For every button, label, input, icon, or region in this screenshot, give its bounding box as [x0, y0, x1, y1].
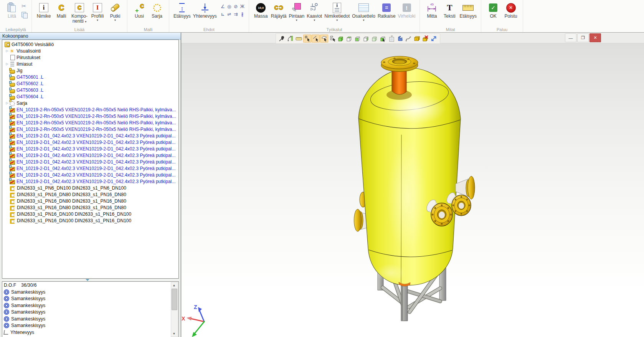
poistu-button[interactable]: ✕ Poistu [502, 1, 520, 19]
condition-icon[interactable]: ⇉ [233, 10, 239, 18]
constraint-item[interactable]: Samankeskisyys [2, 316, 178, 322]
cube-side-face-icon[interactable] [362, 35, 370, 43]
osaluettelo-button[interactable]: Osaluettelo ▾ [351, 1, 376, 22]
virheloki-button[interactable]: ! Virheloki [397, 1, 417, 19]
condition-icon[interactable]: ⊾ [220, 10, 226, 18]
cube-top-face-icon[interactable] [345, 35, 353, 43]
select-component-icon[interactable] [329, 35, 337, 43]
rotate-view-icon[interactable] [286, 35, 294, 43]
tree-item[interactable]: EN_10219-2-D1_042.4x02.3 VXEN10219-2-D1_… [2, 172, 178, 178]
close-button[interactable]: ✕ [590, 33, 601, 42]
massa-button[interactable]: 10,0 Massa [252, 1, 270, 19]
malli-button[interactable]: C Malli [53, 1, 70, 19]
tree-item[interactable]: ▷ Visualisointi [2, 48, 178, 54]
tree-item[interactable]: DIN2633_s1_PN16_DN80 DIN2633_s1_PN16_DN8… [2, 204, 178, 211]
cube-select-icon[interactable] [379, 35, 387, 43]
tree-item[interactable]: EN_10219-2-D1_042.4x02.3 VXEN10219-2-D1_… [2, 159, 178, 165]
kaaviot-button[interactable]: Kaaviot ▾ [305, 1, 323, 22]
ok-button[interactable]: ✓ OK [484, 1, 502, 19]
pin-icon[interactable] [278, 35, 286, 43]
putki-button[interactable]: Putki ▾ [106, 1, 124, 22]
komponentti-button[interactable]: C Kompo-nentti ▾ [70, 1, 89, 24]
tree-item[interactable]: EN_10219-2-D1_042.4x02.3 VXEN10219-2-D1_… [2, 152, 178, 159]
mitta-button[interactable]: 45 Mitta [423, 1, 441, 19]
condition-icon[interactable]: ⊘ [233, 3, 239, 10]
tree-item[interactable]: G4T50600 Vesisäiliö [2, 41, 178, 48]
splitter-collapse-icon[interactable] [86, 279, 89, 281]
pintaan-button[interactable]: ✎ Pintaan ▾ [287, 1, 305, 22]
tree-item[interactable]: G4T50601 .L [2, 74, 178, 80]
profiili-button[interactable]: I Profiili ▾ [89, 1, 106, 22]
scrollbar-thumb[interactable] [172, 289, 177, 310]
expander-icon[interactable]: ▷ [5, 62, 10, 66]
tree-item[interactable]: EN_10219-2-Rn-050x5 VXEN10219-2-Rn-050x5… [2, 119, 178, 126]
tree-item[interactable]: DIN2633_s1_PN16_DN80 DIN2633_s1_PN16_DN8… [2, 191, 178, 198]
tree-item[interactable]: G4T50604 .L [2, 93, 178, 100]
constraint-item[interactable]: Samankeskisyys [2, 322, 178, 329]
tree-item[interactable]: DIN2633_s1_PN16_DN100 DIN2633_s1_PN16_DN… [2, 211, 178, 217]
condition-icon[interactable]: ◎ [226, 3, 233, 10]
view-shaded-cube-icon[interactable] [337, 35, 345, 43]
scroll-down-icon[interactable]: ▼ [171, 331, 177, 337]
condition-icon[interactable]: ∠ [220, 3, 226, 10]
tree-item[interactable]: EN_10219-2-D1_042.4x02.3 VXEN10219-2-D1_… [2, 145, 178, 152]
ratkaise-button[interactable]: = Ratkaise [376, 1, 397, 19]
tree-item[interactable]: EN_10219-2-D1_042.4x02.3 VXEN10219-2-D1_… [2, 132, 178, 139]
tree-item[interactable]: G4T50602 .L [2, 80, 178, 87]
tree-item[interactable]: Jig [2, 67, 178, 74]
tree-item[interactable]: EN_10219-2-D1_042.4x02.3 VXEN10219-2-D1_… [2, 139, 178, 145]
3d-scene[interactable]: Z X [181, 43, 644, 337]
copy-icon[interactable] [21, 12, 28, 18]
tree-item[interactable]: EN_10219-2-Rn-050x5 VXEN10219-2-Rn-050x5… [2, 106, 178, 113]
tank-vessel[interactable] [358, 68, 461, 286]
rajayta-button[interactable]: CC Räjäytä [270, 1, 288, 19]
tree-item[interactable]: EN_10219-2-Rn-050x5 VXEN10219-2-Rn-050x5… [2, 126, 178, 132]
tree-item[interactable]: DIN2633_s1_PN6_DN100 DIN2633_s1_PN6_DN10… [2, 185, 178, 191]
panel-splitter[interactable] [2, 279, 179, 281]
tree-item[interactable]: DIN2633_s1_PN16_DN100 DIN2633_s1_PN16_DN… [2, 217, 178, 224]
3d-viewport[interactable]: — ❐ ✕ [181, 33, 644, 337]
condition-icon[interactable]: ⇌ [226, 10, 233, 18]
spline-icon[interactable] [405, 35, 413, 43]
scroll-up-icon[interactable]: ▲ [171, 282, 177, 288]
condition-icon[interactable]: Ж [239, 3, 246, 10]
cube-front-face-icon[interactable] [354, 35, 362, 43]
measure-ruler-icon[interactable] [295, 35, 303, 43]
tree-item[interactable]: Piirustukset [2, 54, 178, 61]
tree-item[interactable]: G4T50603 .L [2, 87, 178, 93]
tree-item[interactable]: DIN2633_s1_PN16_DN80 DIN2633_s1_PN16_DN8… [2, 198, 178, 204]
tree-item[interactable]: EN_10219-2-D1_042.4x02.3 VXEN10219-2-D1_… [2, 178, 178, 185]
cut-icon[interactable]: ✂ [21, 3, 28, 10]
constraint-item[interactable]: Samankeskisyys [2, 309, 178, 316]
select-point-icon[interactable] [303, 35, 311, 43]
yhtenevyys-condition-button[interactable]: Yhtenevyys [192, 1, 218, 19]
tree-item[interactable]: ▷ Sarja [2, 100, 178, 106]
feature-list-icon[interactable] [388, 35, 396, 43]
etaisyys-condition-button[interactable]: ↕ Etäisyys [172, 1, 192, 19]
select-face-icon[interactable] [320, 35, 328, 43]
archive-delete-icon[interactable] [421, 35, 429, 43]
archive-drawer-icon[interactable] [413, 35, 421, 43]
tree-item[interactable]: EN_10219-2-D1_042.4x02.3 VXEN10219-2-D1_… [2, 165, 178, 172]
tree-item[interactable]: ▷ Ilmiasut [2, 61, 178, 67]
sarja-button[interactable]: Sarja [148, 1, 166, 19]
expand-view-icon[interactable] [430, 35, 438, 43]
constraint-item[interactable]: Samankeskisyys [2, 296, 178, 302]
constraint-item[interactable]: Samankeskisyys [2, 302, 178, 309]
tree-item[interactable]: EN_10219-2-Rn-050x5 VXEN10219-2-Rn-050x5… [2, 113, 178, 119]
cube-iso-icon[interactable] [371, 35, 379, 43]
minimize-button[interactable]: — [565, 33, 576, 42]
expander-icon[interactable]: ▷ [5, 49, 10, 53]
nimiketiedot-button[interactable]: i Nimiketiedot ▾ [323, 1, 351, 22]
dof-scrollbar[interactable]: ▲ ▼ [171, 282, 178, 337]
paste-button[interactable]: Liitä [3, 1, 21, 19]
nimike-button[interactable]: i Nimike [35, 1, 53, 19]
component-blue-icon[interactable] [396, 35, 404, 43]
restore-button[interactable]: ❐ [577, 33, 589, 42]
etaisyys-measure-button[interactable]: Etäisyys [458, 1, 478, 19]
select-edge-icon[interactable] [312, 35, 320, 43]
constraint-item[interactable]: Samankeskisyys [2, 289, 178, 296]
constraint-item[interactable]: Yhtenevyys [2, 329, 178, 336]
uusi-button[interactable]: C＋ Uusi [130, 1, 148, 19]
condition-icon[interactable]: ∦ [239, 10, 246, 18]
